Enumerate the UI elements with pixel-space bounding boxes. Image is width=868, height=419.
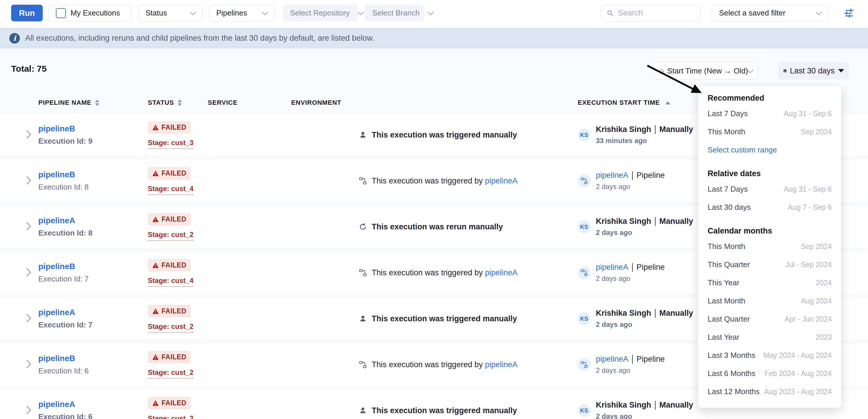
failed-stage-link[interactable]: Stage: cust_3 — [148, 139, 193, 149]
triggered-by-name[interactable]: Krishika Singh — [596, 125, 651, 134]
row-expand-icon[interactable] — [23, 176, 32, 185]
date-menu-item-label: Last 7 Days — [708, 185, 748, 194]
trigger-type: Manually — [659, 400, 693, 410]
pipeline-name-link[interactable]: pipelineA — [38, 308, 75, 317]
filter-settings-button[interactable] — [842, 6, 856, 21]
status-filter-dropdown[interactable]: Status — [138, 5, 203, 21]
row-expand-icon[interactable] — [23, 130, 32, 139]
saved-filter-dropdown[interactable]: Select a saved filter — [712, 5, 828, 21]
date-menu-item-label: This Quarter — [708, 260, 750, 269]
pipeline-name-cell: pipelineA Execution Id: 6 — [38, 389, 92, 419]
pipeline-name-link[interactable]: pipelineB — [38, 124, 75, 133]
date-menu-section-heading: Relative dates — [708, 167, 832, 180]
status-label: FAILED — [161, 307, 186, 315]
trigger-cell: This execution was triggered by pipeline… — [358, 159, 518, 202]
triggered-by-name[interactable]: Krishika Singh — [596, 309, 651, 318]
pipeline-icon — [581, 361, 588, 368]
pipeline-icon — [358, 176, 368, 186]
time-ago: 2 days ago — [596, 366, 664, 375]
date-menu-item[interactable]: This Month Sep 2024 — [708, 123, 832, 141]
row-expand-icon[interactable] — [23, 268, 32, 277]
failed-stage-link[interactable]: Stage: cust_2 — [148, 368, 193, 379]
sort-dropdown[interactable]: Start Time (New → Old) — [654, 62, 758, 79]
run-button[interactable]: Run — [11, 5, 43, 21]
header-status[interactable]: STATUS — [148, 99, 182, 106]
pipeline-name-cell: pipelineB Execution Id: 9 — [38, 113, 92, 157]
header-pipeline-name[interactable]: PIPELINE NAME — [38, 99, 99, 106]
date-menu-item[interactable]: Last 7 Days Aug 31 - Sep 6 — [708, 104, 832, 123]
date-menu-item[interactable]: Last 3 Months May 2024 - Aug 2024 — [708, 346, 832, 364]
date-menu-section-heading: Recommended — [708, 92, 832, 104]
select-repository-dropdown[interactable]: Select Repository — [283, 5, 358, 21]
failed-stage-link[interactable]: Stage: cust_4 — [148, 185, 193, 195]
date-menu-item[interactable]: Select custom range — [708, 141, 832, 159]
date-menu-item-label: Last 12 Months — [708, 387, 760, 396]
my-executions-checkbox[interactable] — [56, 8, 66, 18]
separator — [655, 401, 655, 410]
trigger-cell: This execution was triggered by pipeline… — [358, 343, 518, 386]
time-ago: 2 days ago — [596, 183, 664, 191]
row-expand-icon[interactable] — [23, 314, 32, 323]
pipeline-name-link[interactable]: pipelineA — [38, 216, 75, 225]
date-range-menu: Recommended Last 7 Days Aug 31 - Sep 6 T… — [698, 86, 841, 408]
date-menu-item-label: Select custom range — [708, 146, 777, 155]
status-cell: FAILED Stage: cust_3 — [148, 113, 193, 157]
row-expand-icon[interactable] — [23, 406, 32, 415]
start-time-text: pipelineA Pipeline 2 days ago — [596, 355, 664, 375]
triggered-by-name[interactable]: pipelineA — [596, 355, 628, 364]
sort-arrows-icon[interactable] — [178, 99, 182, 106]
total-count: Total: 75 — [11, 64, 46, 74]
triggered-by-name[interactable]: Krishika Singh — [596, 217, 651, 226]
pipeline-name-link[interactable]: pipelineA — [38, 400, 75, 409]
sort-arrows-icon[interactable] — [95, 99, 99, 106]
date-menu-item-label: This Year — [708, 278, 739, 287]
date-menu-item[interactable]: Last Quarter Apr - Jun 2024 — [708, 310, 832, 328]
chevron-down-icon — [190, 9, 196, 15]
pipeline-name-link[interactable]: pipelineB — [38, 354, 75, 363]
trigger-cell: This execution was triggered manually — [358, 297, 517, 340]
failed-stage-link[interactable]: Stage: cust_2 — [148, 414, 193, 419]
triggered-by-name[interactable]: pipelineA — [596, 263, 628, 272]
triggered-by-name[interactable]: Krishika Singh — [596, 400, 651, 410]
date-menu-item[interactable]: Last 6 Months Feb 2024 - Aug 2024 — [708, 364, 832, 382]
select-branch-dropdown[interactable]: Select Branch — [365, 5, 424, 21]
date-menu-item[interactable]: This Year 2024 — [708, 273, 832, 292]
time-ago: 2 days ago — [596, 228, 693, 237]
pipeline-name-cell: pipelineA Execution Id: 7 — [38, 297, 92, 340]
status-cell: FAILED Stage: cust_2 — [148, 343, 193, 386]
row-expand-icon[interactable] — [23, 222, 32, 231]
date-menu-items: Last 7 Days Aug 31 - Sep 6 This Month Se… — [708, 104, 832, 159]
header-execution-start-time[interactable]: EXECUTION START TIME — [578, 99, 671, 106]
my-executions-toggle[interactable]: My Executions — [49, 5, 131, 21]
date-menu-item[interactable]: Last 7 Days Aug 31 - Sep 6 — [708, 180, 832, 198]
trigger-pipeline-link[interactable]: pipelineA — [485, 360, 518, 369]
date-menu-item[interactable]: This Month Sep 2024 — [708, 237, 832, 255]
pipeline-name-cell: pipelineB Execution Id: 7 — [38, 251, 89, 294]
search-box[interactable] — [601, 5, 701, 21]
date-menu-item[interactable]: Last 12 Months Aug 2023 - Aug 2024 — [708, 382, 832, 400]
date-menu-item[interactable]: Last 30 days Aug 7 - Sep 6 — [708, 198, 832, 216]
avatar-initials: KS — [580, 224, 588, 230]
date-menu-item[interactable]: Last Month Aug 2024 — [708, 292, 832, 310]
status-cell: FAILED Stage: cust_2 — [148, 297, 193, 340]
failed-stage-link[interactable]: Stage: cust_2 — [148, 322, 193, 333]
date-menu-item[interactable]: Last Year 2023 — [708, 328, 832, 346]
pipelines-filter-dropdown[interactable]: Pipelines — [209, 5, 275, 21]
date-menu-section: Relative dates Last 7 Days Aug 31 - Sep … — [708, 167, 832, 216]
triggered-by-name[interactable]: pipelineA — [596, 171, 628, 180]
failed-stage-link[interactable]: Stage: cust_2 — [148, 231, 193, 241]
trigger-pipeline-link[interactable]: pipelineA — [485, 176, 518, 185]
user-icon — [358, 314, 368, 323]
date-menu-item[interactable]: This Quarter Jul - Sep 2024 — [708, 255, 832, 273]
chevron-down-icon — [747, 67, 753, 73]
row-expand-icon[interactable] — [23, 360, 32, 369]
trigger-pipeline-link[interactable]: pipelineA — [485, 268, 518, 277]
failed-warning-icon — [152, 262, 159, 268]
date-menu-item-label: Last Month — [708, 296, 745, 305]
date-menu-items: This Month Sep 2024 This Quarter Jul - S… — [708, 237, 832, 400]
search-input[interactable] — [617, 8, 695, 18]
pipeline-name-link[interactable]: pipelineB — [38, 170, 75, 180]
pipeline-name-link[interactable]: pipelineB — [38, 262, 75, 271]
failed-stage-link[interactable]: Stage: cust_4 — [148, 277, 193, 287]
date-range-button[interactable]: Last 30 days — [778, 62, 849, 79]
